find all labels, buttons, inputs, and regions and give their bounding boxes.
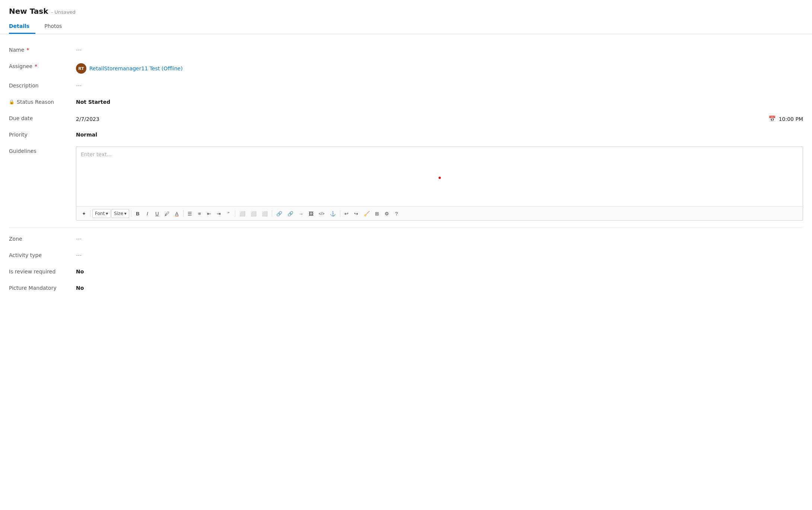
tab-photos[interactable]: Photos: [44, 20, 68, 34]
review-required-value[interactable]: No: [76, 267, 803, 275]
font-dropdown[interactable]: Font ▾: [92, 209, 111, 218]
tab-bar: Details Photos: [9, 20, 803, 34]
assignee-value: RT RetailStoremanager11 Test (Offline): [76, 62, 803, 74]
size-dropdown[interactable]: Size ▾: [111, 209, 129, 218]
picture-mandatory-value[interactable]: No: [76, 283, 803, 291]
redo-button[interactable]: ↪: [352, 209, 361, 218]
calendar-icon: 📅: [768, 115, 776, 122]
priority-row: Priority Normal: [9, 126, 803, 143]
priority-value[interactable]: Normal: [76, 130, 803, 138]
page-subtitle: - Unsaved: [51, 9, 76, 15]
name-label: Name *: [9, 45, 76, 53]
toolbar-sep-2: [131, 210, 131, 217]
activity-type-row: Activity type ---: [9, 247, 803, 263]
highlight-button[interactable]: 🖊: [162, 209, 172, 218]
review-required-label: Is review required: [9, 267, 76, 275]
italic-button[interactable]: I: [143, 209, 152, 218]
page-title: New Task: [9, 7, 48, 16]
form-body: Name * --- Assignee * RT RetailStoremana…: [0, 34, 812, 304]
font-color-button[interactable]: A: [172, 209, 181, 218]
toolbar-sep-4: [235, 210, 235, 217]
ordered-list-button[interactable]: ≡: [195, 209, 204, 218]
align-center-button[interactable]: ⬜: [248, 209, 259, 218]
assignee-required-indicator: *: [35, 63, 37, 69]
due-date-value[interactable]: 2/7/2023: [76, 116, 99, 122]
editor-placeholder: Enter text...: [81, 151, 112, 157]
align-right-button[interactable]: ⬜: [259, 209, 270, 218]
lock-icon: 🔒: [9, 99, 15, 105]
editor-red-dot: [439, 177, 441, 179]
anchor-button[interactable]: ⚓: [328, 209, 338, 218]
format-magic-button[interactable]: ✦: [79, 209, 88, 218]
section-divider: [9, 227, 803, 228]
guidelines-section: Guidelines Enter text... ✦ Font ▾ Size ▾: [9, 143, 803, 224]
remove-link-button[interactable]: 🔗: [285, 209, 296, 218]
due-time-value[interactable]: 10:00 PM: [779, 116, 803, 122]
zone-label: Zone: [9, 234, 76, 242]
zone-row: Zone ---: [9, 231, 803, 247]
avatar: RT: [76, 63, 86, 74]
font-chevron-icon: ▾: [106, 211, 108, 216]
tab-details[interactable]: Details: [9, 20, 35, 34]
bold-button[interactable]: B: [133, 209, 142, 218]
unordered-list-button[interactable]: ☰: [185, 209, 194, 218]
zone-value[interactable]: ---: [76, 234, 803, 242]
editor-settings-button[interactable]: ⚙: [382, 209, 391, 218]
activity-type-value[interactable]: ---: [76, 251, 803, 258]
size-chevron-icon: ▾: [124, 211, 127, 216]
page-header: New Task - Unsaved Details Photos: [0, 0, 812, 34]
assignee-row: Assignee * RT RetailStoremanager11 Test …: [9, 58, 803, 77]
assignee-label: Assignee *: [9, 62, 76, 69]
toolbar-sep-1: [90, 210, 90, 217]
insert-link-button[interactable]: 🔗: [274, 209, 284, 218]
description-value[interactable]: ---: [76, 81, 803, 89]
picture-mandatory-label: Picture Mandatory: [9, 283, 76, 291]
due-date-label: Due date: [9, 114, 76, 121]
review-required-row: Is review required No: [9, 263, 803, 280]
status-reason-label: 🔒 Status Reason: [9, 97, 76, 105]
assignee-name[interactable]: RetailStoremanager11 Test (Offline): [89, 65, 183, 71]
editor-help-button[interactable]: ?: [392, 209, 401, 218]
underline-button[interactable]: U: [153, 209, 162, 218]
source-code-button[interactable]: </>: [316, 209, 327, 218]
clear-format-button[interactable]: 🧹: [362, 209, 372, 218]
status-reason-value[interactable]: Not Started: [76, 97, 803, 105]
description-row: Description ---: [9, 77, 803, 94]
outdent-button[interactable]: ⇤: [205, 209, 214, 218]
arrow-link-button[interactable]: →: [296, 209, 306, 218]
editor-toolbar: ✦ Font ▾ Size ▾ B I U: [76, 206, 803, 220]
name-row: Name * ---: [9, 42, 803, 58]
name-value[interactable]: ---: [76, 45, 803, 53]
toolbar-sep-6: [340, 210, 340, 217]
insert-table-button[interactable]: ⊞: [373, 209, 382, 218]
description-label: Description: [9, 81, 76, 89]
toolbar-sep-3: [183, 210, 184, 217]
toolbar-sep-5: [272, 210, 272, 217]
editor-content-area[interactable]: Enter text...: [76, 147, 803, 206]
align-left-button[interactable]: ⬜: [237, 209, 248, 218]
status-reason-row: 🔒 Status Reason Not Started: [9, 94, 803, 110]
name-required-indicator: *: [26, 47, 29, 53]
picture-mandatory-row: Picture Mandatory No: [9, 280, 803, 296]
priority-label: Priority: [9, 130, 76, 138]
indent-button[interactable]: ⇥: [214, 209, 223, 218]
due-date-row: Due date 2/7/2023 📅 10:00 PM: [9, 110, 803, 126]
guidelines-editor: Enter text... ✦ Font ▾ Size ▾ B: [76, 147, 803, 221]
undo-button[interactable]: ↩: [342, 209, 351, 218]
activity-type-label: Activity type: [9, 251, 76, 258]
guidelines-label: Guidelines: [9, 147, 76, 154]
due-time-section: 📅 10:00 PM: [768, 115, 803, 122]
due-date-content: 2/7/2023 📅 10:00 PM: [76, 114, 803, 122]
insert-image-button[interactable]: 🖼: [306, 209, 316, 218]
blockquote-button[interactable]: ": [224, 209, 233, 218]
